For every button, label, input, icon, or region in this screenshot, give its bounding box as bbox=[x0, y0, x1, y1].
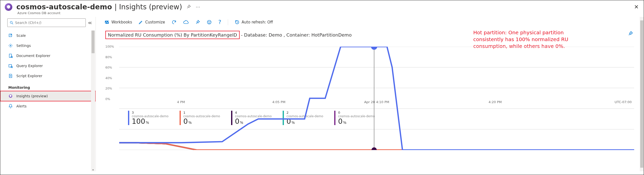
query-icon bbox=[8, 64, 13, 68]
auto-refresh-toggle[interactable]: Auto refresh: Off bbox=[235, 20, 273, 25]
y-tick: 60% bbox=[105, 66, 112, 69]
pencil-icon bbox=[139, 20, 143, 24]
svg-line-9 bbox=[12, 68, 13, 68]
feedback-icon[interactable] bbox=[207, 20, 212, 25]
svg-rect-4 bbox=[9, 54, 12, 57]
y-tick: 40% bbox=[105, 76, 112, 80]
svg-point-3 bbox=[10, 45, 11, 46]
help-icon[interactable]: ? bbox=[218, 19, 221, 25]
close-icon[interactable]: ✕ bbox=[634, 4, 639, 10]
sidebar-scrollbar[interactable]: ▴ ▾ bbox=[91, 31, 95, 171]
workbooks-button[interactable]: Workbooks bbox=[104, 20, 132, 25]
x-tick: 4:20 PM bbox=[489, 100, 502, 104]
collapse-sidebar-icon[interactable]: ≪ bbox=[88, 20, 92, 25]
alert-icon bbox=[8, 104, 13, 108]
svg-point-23 bbox=[371, 47, 377, 50]
y-tick: 0% bbox=[105, 97, 110, 101]
sidebar-item-alerts[interactable]: Alerts bbox=[0, 101, 96, 111]
bulb-icon bbox=[8, 94, 13, 98]
y-tick: 100% bbox=[105, 45, 114, 48]
svg-line-1 bbox=[12, 23, 13, 24]
utc-label: UTC-07:00 bbox=[615, 100, 632, 104]
sidebar-item-settings[interactable]: Settings bbox=[0, 41, 96, 51]
svg-point-12 bbox=[207, 20, 211, 24]
sidebar-item-insights-preview-[interactable]: Insights (preview) bbox=[0, 91, 96, 101]
line-chart[interactable] bbox=[119, 47, 634, 150]
toolbar: Workbooks Customize ? bbox=[96, 17, 644, 28]
gear-icon bbox=[8, 43, 13, 48]
svg-line-6 bbox=[12, 57, 13, 58]
svg-point-14 bbox=[210, 21, 210, 22]
sidebar-item-query-explorer[interactable]: Query Explorer bbox=[0, 61, 96, 71]
svg-point-13 bbox=[208, 21, 209, 22]
sidebar-item-document-explorer[interactable]: Document Explorer bbox=[0, 51, 96, 61]
x-tick: Apr 28 4:10 PM bbox=[364, 100, 389, 104]
toolbar-pin-icon[interactable] bbox=[195, 20, 200, 25]
x-tick: 4 PM bbox=[177, 100, 185, 104]
clock-refresh-icon bbox=[235, 20, 240, 25]
chart-pin-icon[interactable] bbox=[628, 31, 633, 36]
svg-point-24 bbox=[372, 147, 377, 150]
x-axis: 4 PM4:05 PMApr 28 4:10 PM4:20 PMUTC-07:0… bbox=[119, 99, 634, 107]
refresh-icon[interactable] bbox=[171, 20, 177, 25]
search-input[interactable]: Search (Ctrl+/) bbox=[7, 18, 86, 27]
sidebar-section-monitoring: Monitoring bbox=[0, 81, 96, 91]
sidebar-item-scale[interactable]: Scale bbox=[0, 31, 96, 41]
doc-icon bbox=[8, 53, 13, 58]
pin-icon[interactable] bbox=[186, 4, 191, 10]
cloud-refresh-icon[interactable] bbox=[183, 19, 189, 25]
sidebar-item-script-explorer[interactable]: Script Explorer bbox=[0, 71, 96, 81]
svg-point-0 bbox=[10, 21, 12, 23]
y-tick: 20% bbox=[105, 87, 112, 90]
external-icon bbox=[8, 33, 13, 38]
y-tick: 80% bbox=[105, 55, 112, 59]
customize-button[interactable]: Customize bbox=[139, 20, 165, 24]
sidebar: Search (Ctrl+/) ≪ ScaleSettingsDocument … bbox=[0, 17, 96, 171]
main-content: Workbooks Customize ? bbox=[96, 17, 644, 171]
x-tick: 4:05 PM bbox=[272, 100, 285, 104]
resource-type-label: Azure Cosmos DB account bbox=[17, 11, 644, 15]
page-title: cosmos-autoscale-demo | Insights (previe… bbox=[16, 3, 182, 11]
chart-card: Hot partition: One physical partition co… bbox=[105, 31, 634, 125]
main-scrollbar[interactable] bbox=[640, 17, 644, 171]
script-icon bbox=[8, 74, 13, 78]
more-icon[interactable]: ⋯ bbox=[196, 4, 200, 10]
search-icon bbox=[10, 21, 14, 25]
cosmos-insights-icon bbox=[5, 3, 12, 11]
workbooks-icon bbox=[104, 20, 109, 25]
